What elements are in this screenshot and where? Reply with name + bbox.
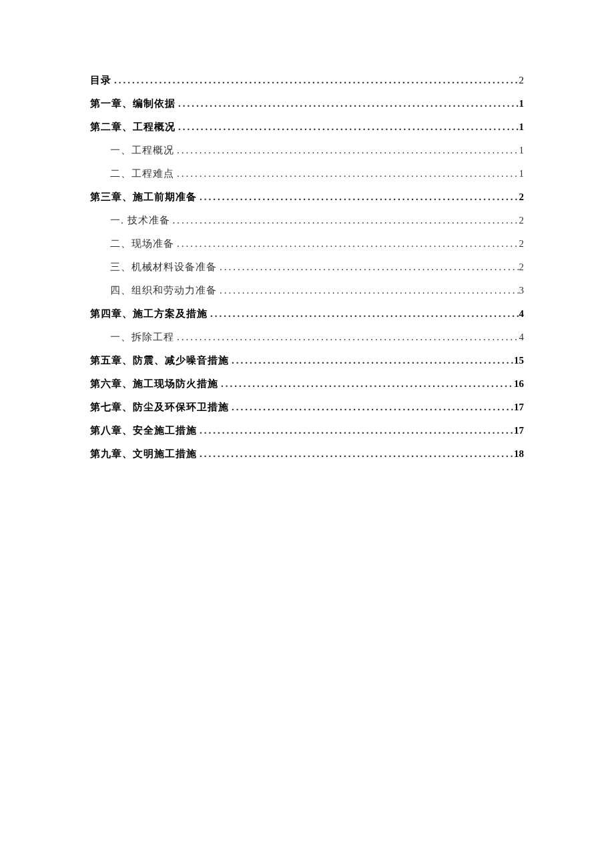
toc-leader-dots	[208, 307, 519, 321]
toc-entry: 第二章、工程概况1	[90, 120, 524, 134]
toc-entry: 一. 技术准备2	[90, 213, 524, 228]
toc-leader-dots	[229, 400, 514, 414]
toc-entry-label: 四、组织和劳动力准备	[110, 284, 217, 298]
toc-entry-page: 1	[519, 167, 525, 181]
toc-entry-page: 17	[514, 424, 524, 438]
toc-entry: 一、工程概况1	[90, 143, 524, 157]
toc-entry-page: 2	[519, 73, 525, 87]
toc-entry-page: 4	[519, 307, 525, 321]
toc-leader-dots	[217, 284, 519, 298]
toc-entry-page: 16	[514, 377, 524, 391]
toc-entry: 第八章、安全施工措施17	[90, 424, 524, 438]
toc-entry: 四、组织和劳动力准备3	[90, 284, 524, 298]
toc-entry-label: 第二章、工程概况	[90, 120, 176, 134]
toc-leader-dots	[174, 167, 519, 181]
toc-entry: 二、工程难点1	[90, 167, 524, 181]
toc-entry: 第七章、防尘及环保环卫措施17	[90, 400, 524, 414]
toc-entry-label: 第四章、施工方案及措施	[90, 307, 208, 321]
toc-leader-dots	[111, 73, 519, 87]
toc-leader-dots	[176, 120, 519, 134]
toc-entry: 三、机械材料设备准备2	[90, 260, 524, 274]
toc-entry: 第六章、施工现场防火措施16	[90, 377, 524, 391]
toc-entry-label: 第八章、安全施工措施	[90, 424, 197, 438]
toc-entry-label: 三、机械材料设备准备	[110, 260, 217, 274]
toc-entry: 一、拆除工程4	[90, 330, 524, 344]
toc-leader-dots	[229, 354, 514, 368]
toc-entry-page: 3	[519, 284, 525, 298]
toc-entry-page: 17	[514, 400, 524, 414]
toc-entry-label: 目录	[90, 73, 111, 87]
toc-leader-dots	[197, 447, 514, 461]
toc-leader-dots	[217, 260, 519, 274]
toc-entry-label: 第六章、施工现场防火措施	[90, 377, 218, 391]
toc-entry-label: 第九章、文明施工措施	[90, 447, 197, 461]
toc-entry-page: 1	[519, 97, 525, 111]
toc-leader-dots	[218, 377, 514, 391]
toc-entry-page: 2	[519, 213, 525, 228]
toc-entry-page: 4	[519, 330, 525, 344]
toc-entry-label: 一、工程概况	[110, 143, 174, 157]
toc-entry-label: 第三章、施工前期准备	[90, 190, 197, 204]
toc-entry-page: 2	[519, 190, 525, 204]
table-of-contents: 目录2第一章、编制依据1第二章、工程概况1一、工程概况1二、工程难点1第三章、施…	[90, 73, 524, 461]
toc-entry: 第三章、施工前期准备2	[90, 190, 524, 204]
toc-leader-dots	[197, 190, 519, 204]
toc-entry-page: 2	[519, 237, 525, 251]
toc-entry: 二、现场准备2	[90, 237, 524, 251]
toc-entry: 目录2	[90, 73, 524, 87]
toc-entry-page: 1	[519, 120, 525, 134]
toc-leader-dots	[197, 424, 514, 438]
toc-entry-page: 2	[519, 260, 525, 274]
toc-leader-dots	[174, 143, 519, 157]
toc-entry-label: 第七章、防尘及环保环卫措施	[90, 400, 229, 414]
toc-entry-label: 第五章、防震、减少噪音措施	[90, 354, 229, 368]
toc-entry-label: 二、工程难点	[110, 167, 174, 181]
toc-leader-dots	[176, 97, 519, 111]
toc-entry-label: 一、拆除工程	[110, 330, 174, 344]
toc-entry-label: 第一章、编制依据	[90, 97, 176, 111]
toc-leader-dots	[174, 330, 519, 344]
toc-entry-label: 二、现场准备	[110, 237, 174, 251]
toc-entry: 第一章、编制依据1	[90, 97, 524, 111]
toc-entry: 第四章、施工方案及措施4	[90, 307, 524, 321]
toc-entry: 第九章、文明施工措施18	[90, 447, 524, 461]
toc-entry-page: 1	[519, 143, 525, 157]
toc-entry-page: 15	[514, 354, 524, 368]
toc-leader-dots	[170, 213, 519, 228]
toc-leader-dots	[174, 237, 519, 251]
toc-entry-label: 一. 技术准备	[110, 213, 170, 228]
toc-entry: 第五章、防震、减少噪音措施15	[90, 354, 524, 368]
toc-entry-page: 18	[514, 447, 524, 461]
